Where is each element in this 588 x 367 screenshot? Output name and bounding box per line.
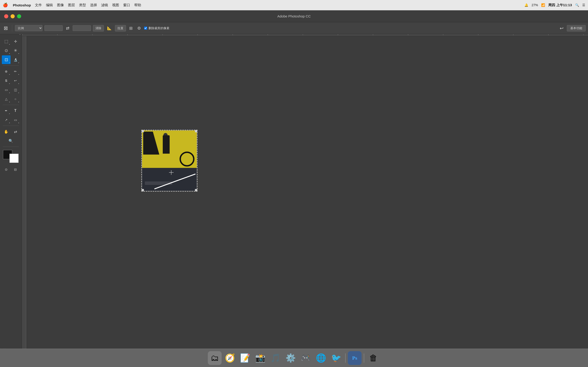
shape-icon: ▭ [14,118,17,122]
menu-bar: 🍎 Photoshop 文件 编辑 图像 图层 类型 选择 滤镜 视图 窗口 帮… [0,0,588,10]
straighten-icon[interactable]: 📐 [106,25,113,31]
search-icon[interactable]: 🔍 [575,3,579,7]
spot-healing-tool[interactable]: ⊕ ▸ [2,67,11,76]
dock-finder[interactable]: 🗂 [208,351,222,365]
window-titlebar: Adobe Photoshop CC [0,10,588,22]
screen-mode-tool[interactable]: ⊟ [11,165,20,174]
eraser-tool[interactable]: ▭ ▸ [2,85,11,94]
menu-list-icon[interactable]: ☰ [582,3,585,7]
dock-notes[interactable]: 📝 [238,351,252,365]
path-selection-icon: ↗ [5,118,8,122]
tools-panel: « ⬚ ▸ ✛ ⊙ ▸ ✳ ▸ ⊡ ▸ 🔬 ▸ ⊕ [0,31,22,349]
zoom-icon: 🔍 [9,139,13,143]
blur-icon: △ [5,97,8,101]
twitter-bird-icon: 🐦 [331,353,341,363]
navigate-tools-row: ✋ ⇄ [2,127,20,136]
menu-select[interactable]: 选择 [90,3,97,7]
image-text-block [145,181,172,185]
pen-tool[interactable]: ✒ ▸ [2,106,11,115]
dock-browser[interactable]: 🌐 [314,351,328,365]
lasso-tool[interactable]: ⊙ ▸ [2,46,11,55]
minimize-button[interactable] [11,14,15,18]
delete-pixels-checkbox-container[interactable]: 删除裁剪的像素 [144,26,170,30]
color-replacement-tool[interactable]: ⇄ [11,127,20,136]
dock-game[interactable]: 🎮 [299,351,313,365]
selection-tools-row: ⬚ ▸ ✛ [2,37,20,46]
swap-dimensions-icon[interactable]: ⇄ [65,25,71,31]
rectangular-marquee-tool[interactable]: ⬚ ▸ [2,37,11,46]
image-figure-body [163,135,170,154]
menu-image[interactable]: 图像 [57,3,64,7]
menu-filter[interactable]: 滤镜 [101,3,108,7]
menu-window[interactable]: 窗口 [123,3,130,7]
eyedropper-tool[interactable]: 🔬 ▸ [11,55,20,64]
move-tool[interactable]: ✛ [11,37,20,46]
quick-mask-tool[interactable]: ⊙ [2,165,11,174]
safari-icon: 🧭 [225,353,235,363]
tool-separator-2 [3,105,19,105]
height-input[interactable] [73,25,91,31]
menu-help[interactable]: 帮助 [134,3,141,7]
dock-twitter[interactable]: 🐦 [329,351,343,365]
brush-icon: ✏ [14,70,17,73]
maximize-button[interactable] [17,14,21,18]
dock-separator [345,353,346,363]
menubar-right: 🔔 27% 📶 周四 上午11:13 🔍 ☰ [524,3,585,7]
image-dark-bottom [142,168,197,191]
brush-tool[interactable]: ✏ ▸ [11,67,20,76]
photoshop-dock-icon: Ps [352,355,357,361]
menu-layers[interactable]: 图层 [68,3,75,7]
zoom-tool[interactable]: 🔍 [7,136,15,145]
notification-icon[interactable]: 🔔 [524,3,528,7]
type-tool[interactable]: T [11,106,20,115]
move-icon: ✛ [14,39,17,44]
crop-tool-icon[interactable]: ⊠ [2,25,9,32]
basic-function-button[interactable]: 基本功能 [567,25,586,32]
tool-separator-3 [3,126,19,126]
magic-wand-tool[interactable]: ✳ ▸ [11,46,20,55]
width-input[interactable] [44,25,63,31]
clear-button[interactable]: 清除 [93,25,104,32]
grid-icon[interactable]: ⊞ [128,25,134,31]
dock-safari[interactable]: 🧭 [223,351,237,365]
camera-icon: 📸 [255,353,265,363]
dock-music[interactable]: 🎵 [268,351,282,365]
gradient-icon: ◫ [14,88,17,92]
menu-type[interactable]: 类型 [79,3,86,7]
dodge-tool[interactable]: ○ ▸ [11,95,20,103]
undo-icon[interactable]: ↩ [558,25,565,32]
apple-menu[interactable]: 🍎 [3,2,8,8]
dock-camera[interactable]: 📸 [253,351,267,365]
settings-icon[interactable]: ⚙ [136,25,142,31]
type-icon: T [14,109,17,113]
menu-view[interactable]: 视图 [112,3,119,7]
blur-tool[interactable]: △ ▸ [2,95,11,103]
crop-tool[interactable]: ⊡ ▸ [2,55,11,64]
straighten-button[interactable]: 拉直 [115,25,126,32]
menu-file[interactable]: 文件 [35,3,42,7]
ratio-select[interactable]: 比例 [15,25,43,31]
dock-trash[interactable]: 🗑 [366,351,380,365]
ruler-left [22,36,27,349]
app-name-menu[interactable]: Photoshop [13,3,31,7]
gradient-tool[interactable]: ◫ ▸ [11,85,20,94]
zoom-row: 🔍 [7,136,15,145]
clock: 周四 上午11:13 [548,3,572,7]
tool-separator-4 [3,147,19,147]
music-icon: 🎵 [270,353,281,363]
delete-pixels-checkbox[interactable] [144,27,147,30]
hand-tool[interactable]: ✋ [2,127,11,136]
path-selection-tool[interactable]: ↗ ▸ [2,116,11,124]
dock-settings[interactable]: ⚙️ [284,351,298,365]
clone-stamp-tool[interactable]: S ▸ [2,76,11,85]
document-image [142,130,197,191]
finder-icon: 🗂 [211,353,219,363]
shape-tool[interactable]: ▭ ▸ [11,116,20,124]
close-button[interactable] [4,14,8,18]
dock-separator-2 [364,353,364,363]
menu-edit[interactable]: 编辑 [46,3,53,7]
dock-photoshop[interactable]: Ps [348,351,362,365]
history-brush-tool[interactable]: ↩ ▸ [11,76,20,85]
transform-tools-row: ⊡ ▸ 🔬 ▸ [2,55,20,64]
background-color[interactable] [9,154,19,163]
